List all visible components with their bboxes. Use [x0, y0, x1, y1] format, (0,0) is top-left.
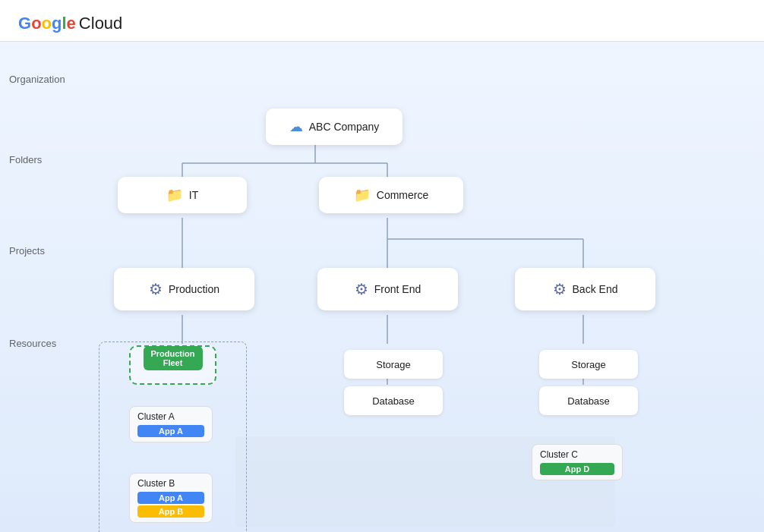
cloud-icon — [289, 118, 303, 135]
fleet-box: Production Fleet — [129, 345, 216, 385]
cluster-b-box: Cluster B App A App B — [129, 473, 213, 523]
google-cloud-logo: Google Cloud — [18, 14, 746, 33]
project-frontend-icon: ⚙ — [355, 280, 368, 298]
fleet-header: Production Fleet — [143, 346, 202, 370]
project-backend-node: ⚙ Back End — [515, 268, 655, 310]
project-backend-name: Back End — [573, 283, 618, 295]
folder-it-name: IT — [189, 189, 198, 201]
be-database-box: Database — [539, 386, 638, 415]
project-production-name: Production — [169, 283, 219, 295]
fe-storage-label: Storage — [376, 359, 411, 370]
fe-storage-box: Storage — [344, 350, 443, 379]
cluster-b-label: Cluster B — [137, 478, 204, 489]
org-name: ABC Company — [309, 121, 380, 133]
fe-database-label: Database — [372, 395, 415, 407]
folders-label: Folders — [9, 154, 42, 165]
folder-commerce-node: 📁 Commerce — [319, 177, 463, 213]
logo-google-text: Google — [18, 14, 76, 33]
folder-it-icon: 📁 — [166, 187, 183, 203]
project-production-node: ⚙ Production — [114, 268, 254, 310]
project-frontend-node: ⚙ Front End — [317, 268, 458, 310]
be-storage-box: Storage — [539, 350, 638, 379]
projects-label: Projects — [9, 245, 45, 257]
folder-commerce-icon: 📁 — [354, 187, 371, 203]
cluster-a-label: Cluster A — [137, 411, 204, 422]
folder-commerce-name: Commerce — [377, 189, 428, 201]
project-frontend-name: Front End — [374, 283, 421, 295]
header: Google Cloud — [0, 0, 764, 42]
cluster-b-app-a: App A — [137, 492, 204, 504]
diagram-area: Organization Folders Projects Resources — [0, 42, 764, 522]
cluster-a-box: Cluster A App A — [129, 406, 213, 442]
org-node: ABC Company — [266, 109, 403, 145]
project-backend-icon: ⚙ — [553, 280, 567, 298]
resources-label: Resources — [9, 338, 56, 349]
cluster-c-box: Cluster C App D — [532, 444, 623, 480]
fe-database-box: Database — [344, 386, 443, 415]
cluster-c-label: Cluster C — [540, 449, 614, 460]
cluster-a-app-a: App A — [137, 425, 204, 437]
cluster-c-app-d: App D — [540, 463, 614, 475]
page: Google Cloud Organization Folders Projec… — [0, 0, 764, 532]
cluster-b-app-b: App B — [137, 505, 204, 518]
be-storage-label: Storage — [571, 359, 606, 370]
org-label: Organization — [9, 74, 65, 85]
folder-it-node: 📁 IT — [118, 177, 247, 213]
project-production-icon: ⚙ — [149, 280, 163, 298]
logo-cloud-text: Cloud — [79, 14, 122, 33]
be-database-label: Database — [567, 395, 610, 407]
